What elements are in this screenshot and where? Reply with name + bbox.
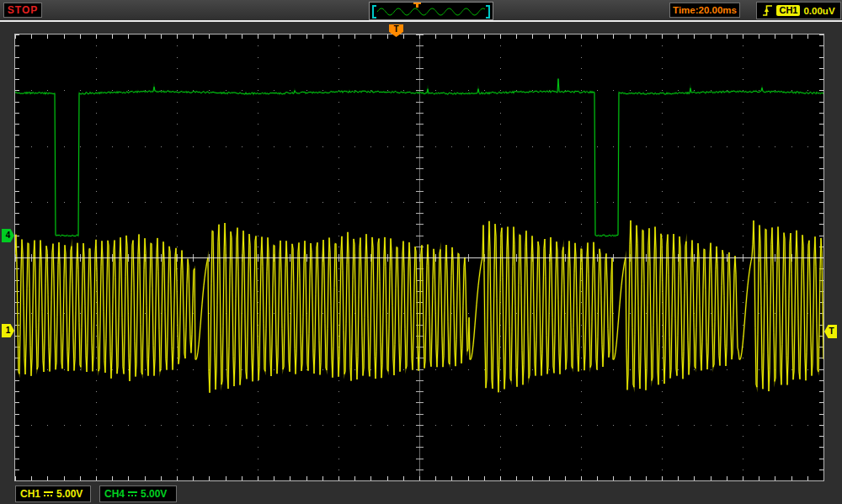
scope-graticule-area xyxy=(14,34,824,481)
ch4-scale-readout[interactable]: CH4 5.00V xyxy=(99,485,177,502)
ch1-scale-readout[interactable]: CH1 5.00V xyxy=(15,485,91,502)
trigger-source-badge: CH1 xyxy=(776,5,800,16)
ch4-dc-coupling-icon xyxy=(128,491,137,496)
topbar-divider xyxy=(0,20,842,22)
preview-trigger-marker-icon[interactable] xyxy=(413,3,421,8)
ch4-scale-value: 5.00V xyxy=(141,488,167,500)
ch1-ground-marker-label: 1 xyxy=(6,326,11,335)
trigger-edge-icon xyxy=(762,3,773,18)
trigger-position-marker-label: T xyxy=(393,24,398,34)
timebase-label: Time:20.00ms xyxy=(673,5,737,15)
trigger-level-value: 0.00uV xyxy=(803,6,834,16)
trigger-level-marker-label: T xyxy=(829,326,834,336)
ch1-dc-coupling-icon xyxy=(44,491,53,496)
waveform-preview xyxy=(369,2,493,20)
ch4-label: CH4 xyxy=(104,488,125,500)
ch1-scale-value: 5.00V xyxy=(56,488,83,500)
preview-left-bracket-icon[interactable] xyxy=(372,5,376,19)
ch4-ground-marker-label: 4 xyxy=(6,231,11,240)
preview-wave-icon xyxy=(377,6,485,17)
ch4-ground-marker[interactable]: 4 xyxy=(2,229,14,242)
trigger-readout[interactable]: CH1 0.00uV xyxy=(756,2,841,19)
timebase-readout[interactable]: Time:20.00ms xyxy=(669,3,740,18)
run-state-label: STOP xyxy=(8,4,38,16)
oscilloscope-screen: { "top_bar": { "run_state": "STOP", "tim… xyxy=(0,0,842,504)
preview-right-bracket-icon[interactable] xyxy=(486,5,490,19)
run-state-button[interactable]: STOP xyxy=(3,3,42,18)
scope-canvas xyxy=(15,34,823,480)
ch1-ground-marker[interactable]: 1 xyxy=(2,324,14,337)
ch1-label: CH1 xyxy=(20,488,40,500)
trigger-level-marker[interactable]: T xyxy=(824,325,837,338)
